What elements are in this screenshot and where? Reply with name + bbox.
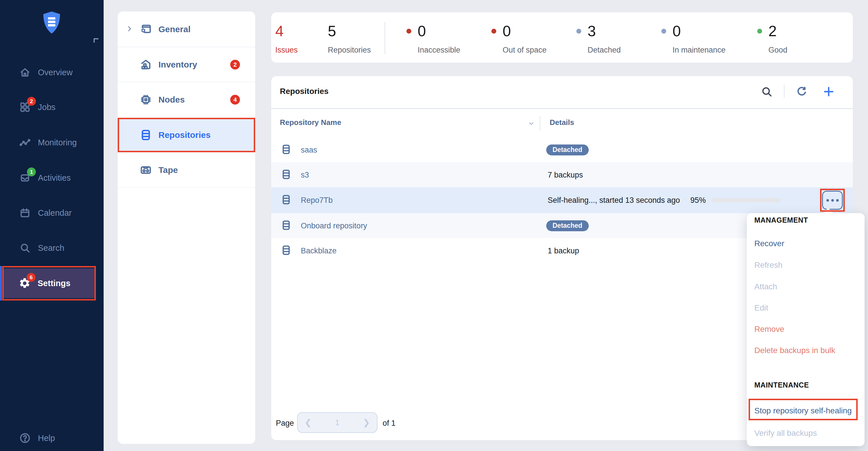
column-header-details[interactable]: Details — [550, 118, 574, 127]
repository-summary-card: 4 Issues 5 Repositories 0 Inaccessible 0… — [271, 12, 853, 63]
ellipsis-icon — [826, 199, 829, 202]
stat-value: 3 — [588, 23, 596, 39]
self-healing-status: Self-healing..., started 13 seconds ago — [548, 196, 680, 205]
settings-active-indicator — [0, 266, 2, 301]
page-label: Page — [276, 419, 294, 428]
status-dot-red — [491, 29, 496, 34]
stat-value: 4 — [275, 23, 284, 39]
sidebar-item-label: Activities — [38, 173, 71, 183]
stat-good: 2 Good — [757, 23, 787, 55]
menu-item-delete-backups-in-bulk[interactable]: Delete backups in bulk — [754, 344, 859, 357]
settings-nav-item-inventory[interactable]: Inventory 2 — [118, 47, 255, 82]
settings-nav-label: Inventory — [158, 60, 197, 69]
sidebar-item-label: Search — [38, 243, 64, 253]
current-page[interactable]: 1 — [335, 418, 340, 427]
settings-nav-label: Tape — [158, 165, 178, 175]
divider — [384, 22, 385, 54]
stat-out-of-space: 0 Out of space — [491, 23, 547, 55]
jobs-count-badge: 2 — [27, 97, 36, 106]
sidebar-item-overview[interactable]: Overview — [0, 59, 104, 86]
menu-item-recover[interactable]: Recover — [754, 237, 859, 250]
status-dot-slate — [661, 29, 666, 34]
inbox-icon: 1 — [19, 172, 31, 184]
activities-count-badge: 1 — [27, 167, 36, 176]
repository-name[interactable]: Repo7Tb — [301, 196, 333, 205]
status-dot-red — [406, 29, 411, 34]
column-header-repository-name[interactable]: Repository Name — [280, 118, 341, 127]
repositories-icon — [139, 128, 153, 142]
stat-label: Repositories — [328, 46, 371, 55]
settings-nav-item-repositories[interactable]: Repositories — [118, 118, 255, 152]
page-of-label: of 1 — [383, 419, 396, 428]
gear-icon: 6 — [19, 277, 31, 289]
sort-chevron-down-icon[interactable] — [528, 120, 535, 129]
inventory-icon — [139, 58, 153, 72]
sidebar-item-monitoring[interactable]: Monitoring — [0, 129, 104, 156]
stat-repositories: 5 Repositories — [328, 23, 371, 55]
repository-name[interactable]: s3 — [301, 170, 309, 179]
sidebar-item-calendar[interactable]: Calendar — [0, 200, 104, 226]
stat-label: Issues — [275, 46, 298, 55]
sidebar-item-help[interactable]: Help — [0, 425, 104, 451]
sidebar-item-label: Calendar — [38, 208, 72, 218]
settings-nav-label: Nodes — [158, 95, 185, 105]
help-icon — [19, 432, 31, 444]
inventory-count-badge: 2 — [230, 60, 240, 69]
settings-nav-item-general[interactable]: General — [118, 11, 255, 47]
chevron-right-icon[interactable] — [126, 25, 133, 34]
sidebar-item-activities[interactable]: 1 Activities — [0, 165, 104, 191]
repository-name[interactable]: saas — [301, 145, 317, 154]
progress-bar — [712, 198, 781, 202]
repository-name[interactable]: Backblaze — [301, 246, 337, 255]
repository-icon — [281, 219, 291, 233]
repository-icon — [281, 168, 291, 182]
menu-item-attach[interactable]: Attach — [754, 281, 859, 293]
sidebar-item-jobs[interactable]: 2 Jobs — [0, 94, 104, 120]
stat-value: 2 — [768, 23, 777, 39]
repository-icon — [281, 143, 291, 157]
stat-label: In maintenance — [673, 46, 725, 55]
stat-value: 0 — [673, 23, 681, 39]
sidebar-collapse-icon[interactable] — [94, 38, 98, 43]
menu-item-remove[interactable]: Remove — [754, 323, 859, 335]
monitoring-icon — [19, 137, 31, 148]
table-row-repo7tb[interactable]: Repo7Tb Self-healing..., started 13 seco… — [271, 187, 853, 213]
stat-label: Inaccessible — [417, 46, 460, 55]
divider — [118, 187, 255, 188]
status-badge-detached: Detached — [546, 220, 589, 231]
primary-sidebar: Overview 2 Jobs Monitoring 1 Activities … — [0, 0, 104, 451]
grid-icon: 2 — [19, 101, 31, 113]
divider — [539, 116, 540, 131]
repository-detail: 7 backups — [548, 170, 583, 179]
menu-item-stop-repository-self-healing[interactable]: Stop repository self-healing — [754, 405, 859, 417]
menu-item-edit[interactable]: Edit — [754, 302, 859, 314]
calendar-icon — [19, 207, 31, 219]
stat-label: Good — [768, 46, 787, 55]
stat-value: 0 — [503, 23, 511, 39]
sidebar-item-search[interactable]: Search — [0, 235, 104, 261]
table-row-saas[interactable]: saas Detached — [271, 137, 853, 162]
settings-nav-label: General — [158, 24, 191, 34]
tape-icon — [139, 163, 153, 177]
sidebar-item-settings[interactable]: 6 Settings — [4, 268, 95, 298]
app-logo-shield-icon — [42, 11, 61, 35]
settings-nav-panel: General Inventory 2 Nodes 4 Repositories… — [118, 11, 255, 444]
page-next-icon[interactable]: ❯ — [363, 418, 370, 427]
menu-item-refresh[interactable]: Refresh — [754, 259, 859, 271]
sidebar-item-label: Overview — [38, 68, 73, 77]
table-search-button[interactable] — [760, 85, 773, 98]
settings-nav-item-nodes[interactable]: Nodes 4 — [118, 82, 255, 117]
repository-name[interactable]: Onboard repository — [301, 221, 367, 230]
settings-nav-item-tape[interactable]: Tape — [118, 152, 255, 187]
stat-label: Out of space — [503, 46, 547, 55]
nodes-icon — [139, 93, 153, 107]
row-actions-button[interactable] — [822, 191, 843, 210]
stat-label: Detached — [588, 46, 621, 55]
status-dot-green — [757, 29, 762, 34]
add-repository-button[interactable] — [822, 85, 835, 98]
table-row-s3[interactable]: s3 7 backups — [271, 162, 853, 187]
menu-item-verify-all-backups[interactable]: Verify all backups — [754, 427, 859, 439]
stat-in-maintenance: 0 In maintenance — [661, 23, 725, 55]
refresh-button[interactable] — [795, 85, 808, 98]
page-previous-icon[interactable]: ❮ — [305, 418, 312, 427]
